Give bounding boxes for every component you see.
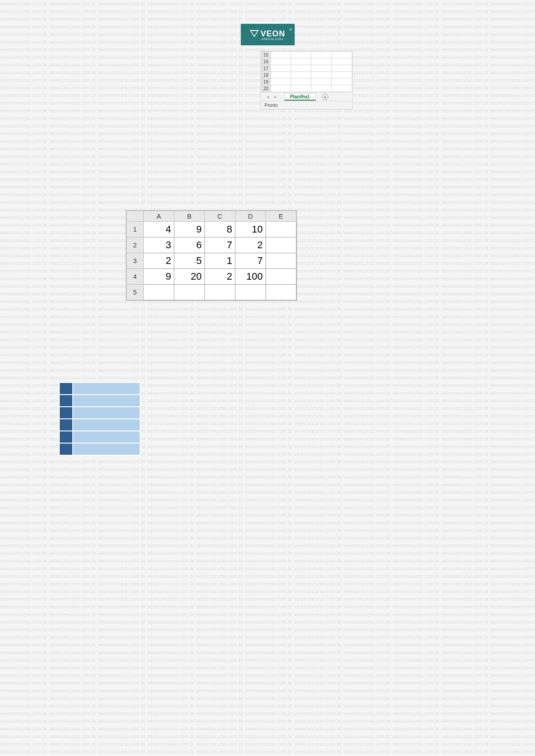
row-header-17[interactable]: 17 — [261, 65, 271, 72]
status-bar: Pronto — [261, 101, 352, 109]
snippet-cell[interactable] — [270, 65, 291, 72]
snippet-cell[interactable] — [291, 58, 311, 65]
blue-row-cell — [73, 419, 140, 431]
col-header-c[interactable]: C — [205, 211, 235, 222]
cell-e1[interactable] — [266, 222, 296, 237]
snippet-cell[interactable] — [270, 72, 291, 79]
blue-table-row — [59, 443, 140, 455]
cell-b5[interactable] — [174, 285, 205, 300]
snippet-cell[interactable] — [270, 52, 291, 58]
cell-e3[interactable] — [266, 253, 296, 269]
blue-row-cell — [73, 407, 140, 419]
cell-b3[interactable]: 5 — [174, 253, 205, 269]
cell-a3[interactable]: 2 — [144, 253, 174, 269]
snippet-cell[interactable] — [270, 85, 291, 92]
blue-row-header — [59, 382, 73, 395]
snippet-cell[interactable] — [291, 72, 311, 79]
cell-e5[interactable] — [266, 285, 296, 300]
blue-table-row — [59, 382, 140, 395]
cell-b4[interactable]: 20 — [174, 269, 205, 285]
sheet-tab-active[interactable]: Planilha1 — [284, 93, 316, 101]
center-spreadsheet-table: A B C D E 1 4 9 8 10 2 3 6 7 2 3 2 5 1 7 — [126, 210, 297, 301]
row-header-18[interactable]: 18 — [261, 72, 271, 79]
snippet-cell[interactable] — [311, 79, 332, 85]
snippet-cell[interactable] — [311, 85, 332, 92]
cell-b2[interactable]: 6 — [174, 237, 205, 253]
snippet-cell[interactable] — [311, 72, 332, 79]
snippet-cell[interactable] — [270, 79, 291, 85]
blue-table-row — [59, 407, 140, 419]
blue-table-row — [59, 395, 140, 407]
snippet-cell[interactable] — [332, 52, 352, 58]
cell-d5[interactable] — [235, 285, 266, 300]
cell-c3[interactable]: 1 — [205, 253, 235, 269]
blue-table-row — [59, 419, 140, 431]
blue-row-header — [59, 407, 73, 419]
cell-a2[interactable]: 3 — [144, 237, 174, 253]
logo-triangle-icon — [250, 30, 259, 37]
blue-row-cell — [73, 443, 140, 455]
blue-table-row — [59, 431, 140, 443]
snippet-cell[interactable] — [270, 58, 291, 65]
blue-striped-table — [59, 382, 141, 456]
row-header-1[interactable]: 1 — [127, 222, 144, 237]
blue-row-cell — [73, 382, 140, 395]
row-header-3[interactable]: 3 — [127, 253, 144, 269]
cell-a4[interactable]: 9 — [144, 269, 174, 285]
snippet-cell[interactable] — [311, 65, 332, 72]
cell-b1[interactable]: 9 — [174, 222, 205, 237]
nav-prev-icon[interactable]: ◄ — [265, 95, 271, 99]
row-header-20[interactable]: 20 — [261, 85, 271, 92]
row-header-4[interactable]: 4 — [127, 269, 144, 285]
spreadsheet-bottom-snippet: 15 16 17 18 19 — [261, 51, 353, 110]
cell-d3[interactable]: 7 — [235, 253, 266, 269]
snippet-cell[interactable] — [332, 79, 352, 85]
sheet-nav-arrows: ◄ ► — [261, 95, 283, 99]
snippet-cell[interactable] — [291, 52, 311, 58]
cell-c1[interactable]: 8 — [205, 222, 235, 237]
logo-brand-text: VEON — [261, 29, 285, 39]
snippet-cell[interactable] — [311, 52, 332, 58]
logo-registered-mark: ® — [289, 28, 292, 31]
row-header-19[interactable]: 19 — [261, 79, 271, 85]
cell-c4[interactable]: 2 — [205, 269, 235, 285]
snippet-cell[interactable] — [291, 65, 311, 72]
cell-e4[interactable] — [266, 269, 296, 285]
cell-c5[interactable] — [205, 285, 235, 300]
snippet-cell[interactable] — [291, 79, 311, 85]
select-all-corner[interactable] — [127, 211, 144, 222]
snippet-cell[interactable] — [332, 72, 352, 79]
status-text: Pronto — [265, 103, 278, 108]
col-header-d[interactable]: D — [235, 211, 266, 222]
blue-row-cell — [73, 395, 140, 407]
add-sheet-button[interactable]: + — [322, 94, 328, 100]
blue-row-header — [59, 443, 73, 455]
cell-d1[interactable]: 10 — [235, 222, 266, 237]
row-header-2[interactable]: 2 — [127, 237, 144, 253]
watermark-background: veonconcurso.com.brveonconcurso.com.brve… — [0, 0, 535, 756]
veon-logo: VEON APROVA LOGO ® — [241, 24, 295, 45]
cell-e2[interactable] — [266, 237, 296, 253]
cell-a5[interactable] — [144, 285, 174, 300]
snippet-cell[interactable] — [291, 85, 311, 92]
nav-next-icon[interactable]: ► — [272, 95, 279, 99]
blue-row-header — [59, 431, 73, 443]
row-header-16[interactable]: 16 — [261, 58, 271, 65]
cell-c2[interactable]: 7 — [205, 237, 235, 253]
col-header-e[interactable]: E — [266, 211, 296, 222]
snippet-cell[interactable] — [311, 58, 332, 65]
cell-a1[interactable]: 4 — [144, 222, 174, 237]
snippet-cell[interactable] — [332, 58, 352, 65]
cell-d4[interactable]: 100 — [235, 269, 266, 285]
row-header-5[interactable]: 5 — [127, 285, 144, 300]
col-header-b[interactable]: B — [174, 211, 205, 222]
snippet-grid: 15 16 17 18 19 — [261, 51, 352, 92]
logo-subtitle: APROVA LOGO — [261, 38, 283, 40]
row-header-15[interactable]: 15 — [261, 52, 271, 58]
snippet-cell[interactable] — [332, 85, 352, 92]
blue-row-header — [59, 395, 73, 407]
plus-icon: + — [324, 94, 327, 100]
col-header-a[interactable]: A — [144, 211, 174, 222]
snippet-cell[interactable] — [332, 65, 352, 72]
cell-d2[interactable]: 2 — [235, 237, 266, 253]
